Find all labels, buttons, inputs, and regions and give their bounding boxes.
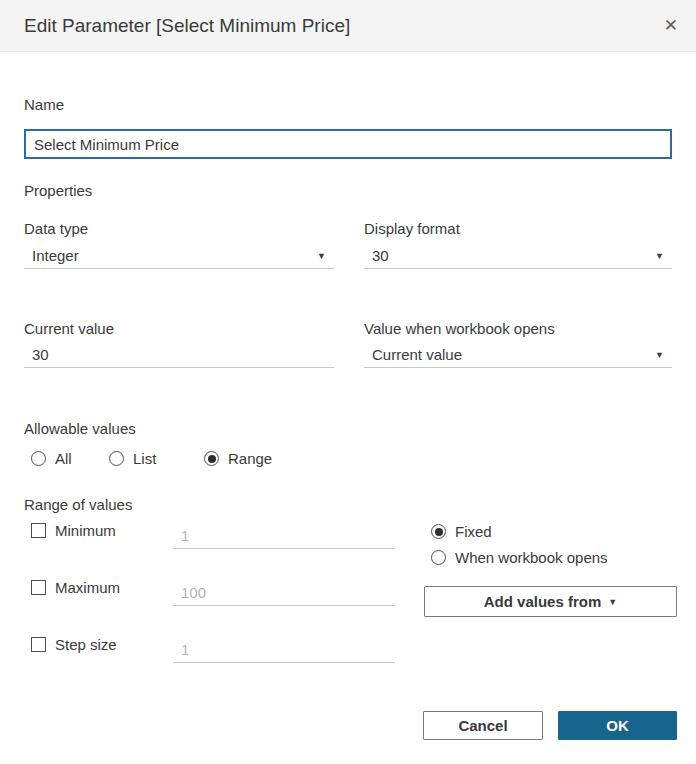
edit-parameter-dialog: Edit Parameter [Select Minimum Price] ✕ … bbox=[0, 0, 696, 764]
checkbox-option-step-size[interactable]: Step size bbox=[31, 636, 117, 653]
radio-button[interactable] bbox=[31, 451, 46, 466]
data-type-label: Data type bbox=[24, 220, 88, 237]
value-when-workbook-opens-dropdown[interactable]: Current value ▼ bbox=[364, 342, 672, 368]
value-when-workbook-opens-label: Value when workbook opens bbox=[364, 320, 555, 337]
cancel-button[interactable]: Cancel bbox=[423, 711, 543, 740]
radio-label: Range bbox=[228, 450, 272, 467]
radio-button[interactable] bbox=[431, 524, 446, 539]
current-value-input[interactable] bbox=[24, 342, 334, 368]
chevron-down-icon: ▼ bbox=[655, 350, 664, 360]
radio-option-when-workbook-opens[interactable]: When workbook opens bbox=[431, 549, 608, 566]
dialog-title: Edit Parameter [Select Minimum Price] bbox=[24, 15, 350, 37]
radio-label: All bbox=[55, 450, 72, 467]
radio-label: List bbox=[133, 450, 156, 467]
dialog-titlebar: Edit Parameter [Select Minimum Price] ✕ bbox=[0, 0, 696, 52]
parameter-name-input[interactable] bbox=[24, 129, 672, 159]
chevron-down-icon: ▼ bbox=[655, 251, 664, 261]
cancel-label: Cancel bbox=[458, 717, 507, 734]
radio-button[interactable] bbox=[431, 550, 446, 565]
radio-option-range[interactable]: Range bbox=[204, 450, 272, 467]
checkbox[interactable] bbox=[31, 523, 46, 538]
checkbox-label: Minimum bbox=[55, 522, 116, 539]
name-label: Name bbox=[24, 96, 64, 113]
add-values-from-button[interactable]: Add values from ▼ bbox=[424, 586, 677, 617]
checkbox-label: Step size bbox=[55, 636, 117, 653]
radio-button[interactable] bbox=[109, 451, 124, 466]
current-value-label: Current value bbox=[24, 320, 114, 337]
properties-label: Properties bbox=[24, 182, 92, 199]
maximum-value-input[interactable] bbox=[173, 580, 395, 606]
data-type-value: Integer bbox=[32, 247, 79, 264]
chevron-down-icon: ▼ bbox=[317, 251, 326, 261]
checkbox-label: Maximum bbox=[55, 579, 120, 596]
radio-label: Fixed bbox=[455, 523, 492, 540]
chevron-down-icon: ▼ bbox=[608, 597, 617, 607]
radio-option-list[interactable]: List bbox=[109, 450, 156, 467]
minimum-value-input[interactable] bbox=[173, 523, 395, 549]
radio-button[interactable] bbox=[204, 451, 219, 466]
radio-label: When workbook opens bbox=[455, 549, 608, 566]
radio-option-all[interactable]: All bbox=[31, 450, 72, 467]
display-format-dropdown[interactable]: 30 ▼ bbox=[364, 243, 672, 269]
range-of-values-label: Range of values bbox=[24, 496, 132, 513]
checkbox-option-minimum[interactable]: Minimum bbox=[31, 522, 116, 539]
checkbox[interactable] bbox=[31, 580, 46, 595]
checkbox[interactable] bbox=[31, 637, 46, 652]
radio-option-fixed[interactable]: Fixed bbox=[431, 523, 492, 540]
ok-button[interactable]: OK bbox=[558, 711, 677, 740]
add-values-from-label: Add values from bbox=[484, 593, 602, 610]
step-size-input[interactable] bbox=[173, 637, 395, 663]
display-format-value: 30 bbox=[372, 247, 389, 264]
data-type-dropdown[interactable]: Integer ▼ bbox=[24, 243, 334, 269]
display-format-label: Display format bbox=[364, 220, 460, 237]
allowable-values-label: Allowable values bbox=[24, 420, 136, 437]
checkbox-option-maximum[interactable]: Maximum bbox=[31, 579, 120, 596]
close-icon[interactable]: ✕ bbox=[662, 15, 680, 36]
value-when-workbook-opens-value: Current value bbox=[372, 346, 462, 363]
ok-label: OK bbox=[606, 717, 629, 734]
